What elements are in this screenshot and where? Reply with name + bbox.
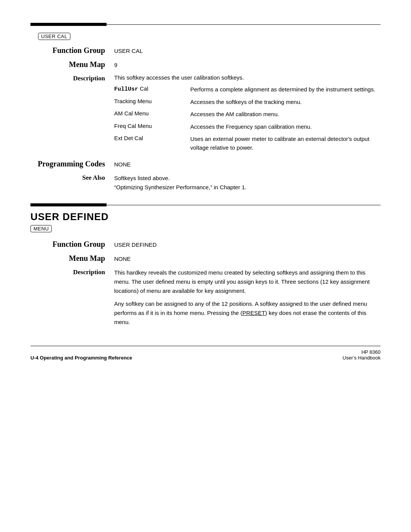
menu-map-value-2: NONE xyxy=(114,256,131,262)
user-cal-badge: USER CAL xyxy=(38,33,70,40)
menu-map-row: Menu Map 9 xyxy=(30,60,381,69)
softkey-name-tracking: Tracking Menu xyxy=(114,98,190,104)
softkey-name-mono-fullusr: FullUsr xyxy=(114,86,138,93)
see-also-line2: “Optimizing Synthesizer Performance,” in… xyxy=(114,183,247,192)
programming-codes-row: Programming Codes NONE xyxy=(30,160,381,168)
section-divider xyxy=(30,203,381,206)
function-group-label-2: Function Group xyxy=(30,240,114,249)
desc-para2: Any softkey can be assigned to any of th… xyxy=(114,299,381,327)
description-content: This softkey accesses the user calibrati… xyxy=(114,74,381,156)
softkey-row-tracking: Tracking Menu Accesses the softkeys of t… xyxy=(114,98,381,107)
description-block: Description This softkey accesses the us… xyxy=(30,74,381,156)
desc-para1: This hardkey reveals the customized menu… xyxy=(114,268,381,296)
user-defined-heading: USER DEFINED xyxy=(30,211,381,223)
description-label: Description xyxy=(30,74,114,82)
function-group-value: USER CAL xyxy=(114,48,143,54)
programming-codes-value: NONE xyxy=(114,161,131,168)
programming-codes-label: Programming Codes xyxy=(30,160,114,168)
menu-map-value: 9 xyxy=(114,62,117,68)
softkey-row-freqcal: Freq Cal Menu Accesses the Frequency spa… xyxy=(114,123,381,131)
softkey-desc-fullusr: Performs a complete alignment as determi… xyxy=(190,85,381,94)
menu-badge-container: MENU xyxy=(30,225,381,232)
function-group-row: Function Group USER CAL xyxy=(30,46,381,55)
softkey-name-extdet: Ext Det Cal xyxy=(114,135,190,141)
menu-badge: MENU xyxy=(30,225,52,232)
description-block-2: Description This hardkey reveals the cus… xyxy=(30,268,381,331)
softkey-row-fullusr: FullUsr Cal Performs a complete alignmen… xyxy=(114,85,381,94)
softkey-row-extdet: Ext Det Cal Uses an external power meter… xyxy=(114,135,381,152)
black-bar-2 xyxy=(30,203,107,206)
softkey-name-amcal: AM Cal Menu xyxy=(114,110,190,117)
footer-left: U-4 Operating and Programming Reference xyxy=(30,355,132,361)
function-group-value-2: USER DEFINED xyxy=(114,241,157,248)
footer-right: HP 8360 User’s Handbook xyxy=(342,349,381,361)
description-intro: This softkey accesses the user calibrati… xyxy=(114,74,381,81)
softkey-table: FullUsr Cal Performs a complete alignmen… xyxy=(114,85,381,152)
softkey-name-freqcal: Freq Cal Menu xyxy=(114,123,190,129)
preset-key: PRESET xyxy=(242,310,265,316)
footer: U-4 Operating and Programming Reference … xyxy=(30,346,381,361)
see-also-block: See Also Softkeys listed above. “Optimiz… xyxy=(30,174,381,192)
menu-map-label-2: Menu Map xyxy=(30,254,114,263)
see-also-content: Softkeys listed above. “Optimizing Synth… xyxy=(114,174,247,192)
softkey-name-fullusr: FullUsr Cal xyxy=(114,85,190,93)
thin-rule-2 xyxy=(107,205,381,205)
page: USER CAL Function Group USER CAL Menu Ma… xyxy=(30,23,381,509)
menu-map-label: Menu Map xyxy=(30,60,114,69)
function-group-row-2: Function Group USER DEFINED xyxy=(30,240,381,249)
description-label-2: Description xyxy=(30,268,114,276)
footer-right-line1: HP 8360 xyxy=(342,349,381,355)
softkey-desc-extdet: Uses an external power meter to calibrat… xyxy=(190,135,381,152)
description-content-2: This hardkey reveals the customized menu… xyxy=(114,268,381,331)
user-cal-badge-container: USER CAL xyxy=(38,33,381,40)
top-rule xyxy=(30,23,381,26)
function-group-label: Function Group xyxy=(30,46,114,55)
black-bar xyxy=(30,23,107,26)
see-also-line1: Softkeys listed above. xyxy=(114,174,247,183)
softkey-desc-freqcal: Accesses the Frequency span calibration … xyxy=(190,123,381,131)
footer-right-line2: User’s Handbook xyxy=(342,355,381,361)
thin-rule xyxy=(107,24,381,25)
see-also-label: See Also xyxy=(30,174,114,182)
softkey-row-amcal: AM Cal Menu Accesses the AM calibration … xyxy=(114,110,381,119)
menu-map-row-2: Menu Map NONE xyxy=(30,254,381,263)
softkey-desc-tracking: Accesses the softkeys of the tracking me… xyxy=(190,98,381,107)
softkey-desc-amcal: Accesses the AM calibration menu. xyxy=(190,110,381,119)
